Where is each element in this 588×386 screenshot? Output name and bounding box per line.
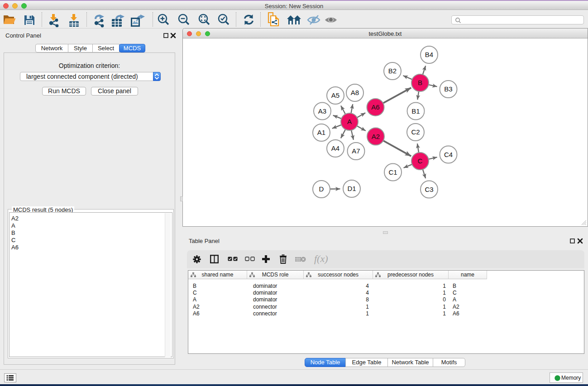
svg-text:A1: A1 bbox=[317, 129, 325, 136]
svg-text:A: A bbox=[347, 118, 351, 125]
svg-text:A5: A5 bbox=[331, 91, 339, 99]
svg-text:B1: B1 bbox=[411, 107, 420, 115]
svg-text:A3: A3 bbox=[318, 107, 326, 115]
svg-text:C1: C1 bbox=[388, 168, 397, 176]
svg-text:C2: C2 bbox=[411, 128, 420, 136]
svg-text:A7: A7 bbox=[352, 147, 360, 155]
svg-text:C: C bbox=[417, 157, 422, 165]
svg-text:B4: B4 bbox=[425, 51, 433, 58]
svg-text:C3: C3 bbox=[425, 186, 433, 193]
svg-text:A6: A6 bbox=[371, 103, 379, 111]
svg-text:B3: B3 bbox=[444, 85, 452, 93]
svg-text:A2: A2 bbox=[371, 133, 379, 140]
svg-text:D1: D1 bbox=[347, 185, 356, 192]
svg-text:C4: C4 bbox=[444, 151, 452, 158]
svg-text:A4: A4 bbox=[331, 144, 339, 152]
svg-text:B2: B2 bbox=[388, 67, 396, 75]
svg-text:A8: A8 bbox=[350, 89, 359, 96]
svg-text:B: B bbox=[417, 79, 422, 86]
svg-text:D: D bbox=[319, 185, 324, 193]
